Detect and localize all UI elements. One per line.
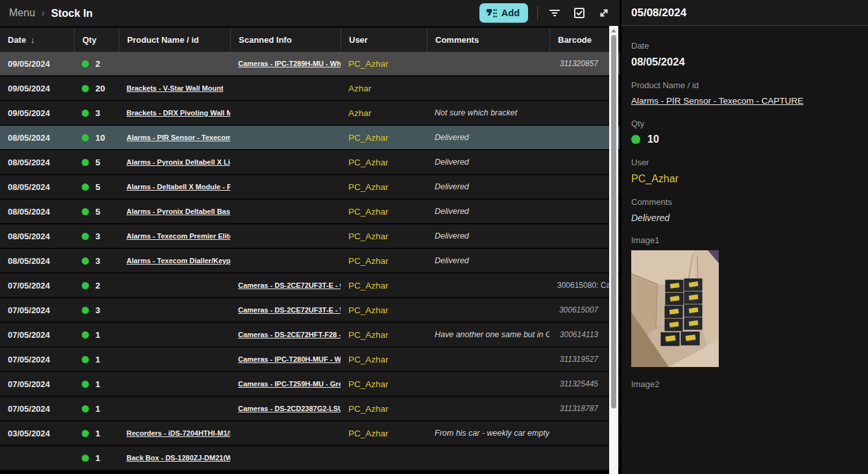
cell-qty: 3 (74, 101, 119, 124)
column-header-scanned[interactable]: Scanned Info (230, 28, 341, 52)
expand-icon[interactable] (596, 5, 612, 21)
detail-panel-body: Date 08/05/2024 Product Name / id Alarms… (621, 26, 868, 389)
scrollbar-up-arrow-icon[interactable] (611, 29, 616, 32)
cell-comments (427, 397, 549, 420)
cell-user: Azhar (341, 77, 427, 100)
table-row[interactable]: 07/05/20243Cameras - DS-2CE72UF3T-E - W.… (0, 298, 620, 323)
cell-date: 07/05/2024 (0, 274, 74, 297)
scanned-info-link[interactable]: Cameras - IPC-T280H-MUF - Whi... (238, 355, 341, 363)
status-dot-icon (82, 159, 89, 166)
table-row[interactable]: 03/05/20241Recorders - iDS-7204HTHI-M1/S… (0, 421, 620, 446)
product-link[interactable]: Back Box - DS-1280ZJ-DM21(W... (127, 454, 230, 462)
cell-scanned (230, 77, 341, 100)
filter-icon[interactable] (547, 5, 562, 21)
detail-qty-value: 10 (631, 134, 858, 145)
product-link[interactable]: Alarms - Deltabell X Module - Py... (127, 183, 230, 191)
detail-image2-label: Image2 (631, 379, 858, 389)
column-header-product[interactable]: Product Name / id (119, 28, 230, 52)
column-header-user[interactable]: User (341, 28, 427, 52)
cell-qty: 3 (74, 224, 119, 248)
cell-scanned: Cameras - IPC-T280H-MUF - Whi... (230, 348, 341, 371)
scanned-info-link[interactable]: Cameras - DS-2CE72UF3T-E - Grey (238, 281, 341, 289)
cell-qty: 1 (74, 323, 119, 346)
cell-qty: 5 (74, 175, 119, 198)
cell-scanned: Cameras - DS-2CE72UF3T-E - W... (230, 298, 341, 322)
cell-comments (427, 298, 549, 322)
cell-comments (427, 274, 549, 297)
table-row[interactable]: 09/05/20243Brackets - DRX Pivoting Wall … (0, 101, 620, 126)
scanned-info-link[interactable]: Cameras - IPC-T289H-MU - White (238, 60, 341, 67)
cell-product: Brackets - V-Star Wall Mount (119, 77, 230, 100)
cell-comments (427, 348, 549, 371)
cell-date: 08/05/2024 (0, 200, 74, 223)
product-link[interactable]: Recorders - iDS-7204HTHI-M1/S (127, 429, 230, 437)
product-link[interactable]: Alarms - PIR Sensor - Texecom - ... (127, 134, 230, 141)
toolbar-divider (537, 6, 538, 20)
table-row[interactable]: 08/05/20245Alarms - Pyronix Deltabell X … (0, 150, 620, 175)
detail-product-link[interactable]: Alarms - PIR Sensor - Texecom - CAPTURE (631, 96, 803, 106)
status-dot-icon (82, 233, 89, 240)
product-link[interactable]: Alarms - Pyronix Deltabell X Ligh... (127, 158, 230, 166)
table-scrollbar[interactable] (609, 26, 618, 474)
detail-comments-value: Delivered (631, 213, 858, 223)
table-row[interactable]: 07/05/20241Cameras - IPC-T280H-MUF - Whi… (0, 348, 620, 372)
column-header-comments[interactable]: Comments (427, 28, 549, 52)
scanned-info-link[interactable]: Cameras - DS-2CE72HFT-F28 - B... (238, 331, 341, 338)
table-row[interactable]: 07/05/20241Cameras - DS-2CE72HFT-F28 - B… (0, 323, 620, 348)
cell-user: PC_Azhar (341, 323, 427, 346)
cell-comments: Delivered (427, 175, 549, 198)
status-dot-icon (82, 455, 89, 462)
cell-user: PC_Azhar (341, 200, 427, 223)
cell-qty: 1 (74, 372, 119, 396)
cell-qty: 20 (74, 77, 119, 100)
cell-comments (427, 52, 549, 75)
table-row[interactable]: 07/05/20241Cameras - IPC-T259H-MU - Grey… (0, 372, 620, 397)
column-header-qty[interactable]: Qty (74, 28, 119, 52)
table-row[interactable]: 07/05/20241Cameras - DS-2CD2387G2-LSU/..… (0, 397, 620, 421)
cell-comments: From his car - weekly car empty (427, 421, 549, 445)
product-link[interactable]: Brackets - V-Star Wall Mount (127, 84, 223, 92)
cell-user: PC_Azhar (341, 372, 427, 396)
table-row[interactable]: 07/05/20242Cameras - DS-2CE72UF3T-E - Gr… (0, 274, 620, 298)
scanned-info-link[interactable]: Cameras - IPC-T259H-MU - Grey (238, 380, 341, 388)
breadcrumb-menu[interactable]: Menu (9, 7, 35, 19)
product-link[interactable]: Alarms - Texecom Premier Elite ... (127, 232, 230, 240)
status-dot-icon (82, 282, 89, 289)
cell-date: 09/05/2024 (0, 101, 74, 124)
cell-user: PC_Azhar (341, 348, 427, 371)
table-section: Menu › Stock In Add (0, 0, 620, 474)
scanned-info-link[interactable]: Cameras - DS-2CD2387G2-LSU/... (238, 405, 341, 412)
scrollbar-thumb[interactable] (611, 35, 616, 409)
cell-scanned (230, 126, 341, 149)
select-checkbox-icon[interactable] (572, 5, 587, 21)
product-photo[interactable] (631, 250, 719, 367)
status-dot-icon (82, 184, 89, 191)
cell-date: 07/05/2024 (0, 298, 74, 322)
cell-scanned (230, 200, 341, 223)
product-link[interactable]: Alarms - Texecom Dialler/Keypa... (127, 257, 230, 265)
column-header-date[interactable]: Date ↓ (0, 28, 74, 52)
table-row[interactable]: 09/05/20242Cameras - IPC-T289H-MU - Whit… (0, 52, 620, 77)
table-row[interactable]: 08/05/20243Alarms - Texecom Dialler/Keyp… (0, 249, 620, 274)
table-row[interactable]: 08/05/20245Alarms - Deltabell X Module -… (0, 175, 620, 200)
cell-comments: Delivered (427, 200, 549, 223)
table-row[interactable]: 1Back Box - DS-1280ZJ-DM21(W... (0, 446, 620, 471)
cell-user: PC_Azhar (341, 126, 427, 149)
cell-user: PC_Azhar (341, 224, 427, 248)
cell-product: Alarms - Pyronix Deltabell X Ligh... (119, 150, 230, 174)
cell-comments: Delivered (427, 150, 549, 174)
cell-product (119, 348, 230, 371)
add-button-label: Add (501, 8, 520, 18)
scanned-info-link[interactable]: Cameras - DS-2CE72UF3T-E - W... (238, 306, 341, 314)
table-row[interactable]: 08/05/202410Alarms - PIR Sensor - Texeco… (0, 126, 620, 150)
table-row[interactable]: 08/05/20243Alarms - Texecom Premier Elit… (0, 224, 620, 249)
cell-comments: Have another one same but in G... (427, 323, 549, 346)
cell-qty: 10 (74, 126, 119, 149)
cell-date: 08/05/2024 (0, 224, 74, 248)
add-button[interactable]: Add (479, 3, 528, 23)
table-row[interactable]: 08/05/20245Alarms - Pyronix Deltabell Ba… (0, 200, 620, 224)
product-link[interactable]: Brackets - DRX Pivoting Wall Mo... (127, 109, 230, 117)
detail-comments-label: Comments (631, 197, 858, 207)
product-link[interactable]: Alarms - Pyronix Deltabell Base ... (127, 207, 230, 215)
table-row[interactable]: 09/05/202420Brackets - V-Star Wall Mount… (0, 77, 620, 101)
